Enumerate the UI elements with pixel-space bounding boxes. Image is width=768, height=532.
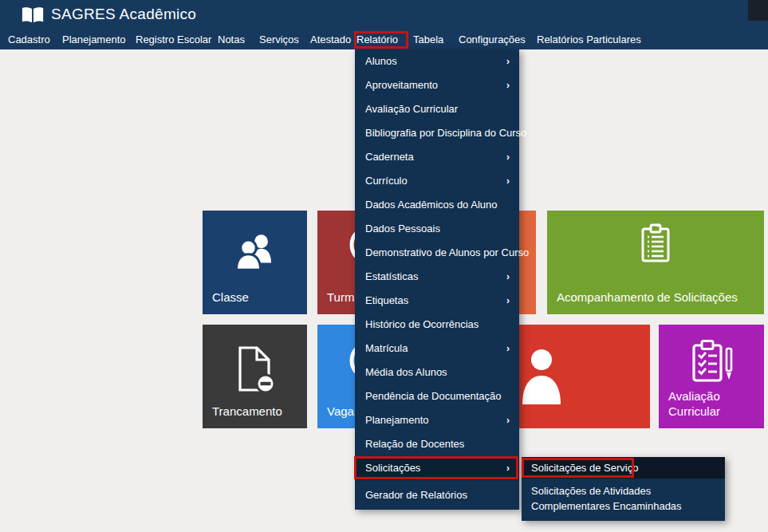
clipboard-list-icon bbox=[636, 223, 675, 263]
tile-classe[interactable]: Classe bbox=[203, 211, 307, 314]
menu-item-historico-ocorrencias[interactable]: Histórico de Ocorrências bbox=[355, 313, 519, 337]
menu-item-relacao-docentes[interactable]: Relação de Docentes bbox=[355, 432, 519, 456]
relatorio-dropdown-menu: Alunos› Aproveitamento› Avaliação Curric… bbox=[355, 49, 519, 510]
menubar-item-cadastro[interactable]: Cadastro bbox=[8, 30, 50, 49]
menu-item-matricula[interactable]: Matrícula› bbox=[355, 337, 519, 361]
people-group-icon bbox=[232, 230, 278, 276]
submenu-arrow-icon: › bbox=[506, 337, 510, 361]
person-icon bbox=[521, 349, 562, 404]
submenu-item-solicitacoes-servico[interactable]: Solicitações de Serviço bbox=[522, 457, 725, 479]
solicitacoes-submenu: Solicitações de Serviço Solicitações de … bbox=[522, 457, 725, 521]
menu-bar: Cadastro Planejamento Registro Escolar N… bbox=[0, 30, 768, 49]
tile-label: Classe bbox=[212, 290, 302, 305]
clipboard-pen-icon bbox=[691, 339, 735, 384]
submenu-arrow-icon: › bbox=[506, 145, 510, 169]
app-logo-book-icon bbox=[21, 6, 45, 25]
app-title: SAGRES Acadêmico bbox=[51, 6, 196, 23]
menu-item-label: Alunos bbox=[365, 49, 397, 73]
submenu-item-atividades-complementares[interactable]: Solicitações de Atividades Complementare… bbox=[522, 479, 725, 521]
submenu-arrow-icon: › bbox=[506, 456, 510, 480]
menu-item-solicitacoes[interactable]: Solicitações › bbox=[355, 456, 519, 480]
tile-label: Acompanhamento de Solicitações bbox=[557, 290, 759, 305]
tile-avaliacao-curricular[interactable]: Avaliação Curricular bbox=[659, 325, 764, 428]
menubar-item-relatorios-particulares[interactable]: Relatórios Particulares bbox=[537, 30, 641, 49]
menu-item-estatisticas[interactable]: Estatísticas› bbox=[355, 265, 519, 289]
submenu-arrow-icon: › bbox=[506, 408, 510, 432]
menu-item-label: Solicitações bbox=[365, 456, 420, 480]
menu-item-label: Dados Pessoais bbox=[365, 217, 440, 241]
menu-item-gerador-relatorios[interactable]: Gerador de Relatórios bbox=[355, 483, 519, 507]
menu-item-label: Gerador de Relatórios bbox=[365, 483, 467, 507]
app-window: SAGRES Acadêmico Cadastro Planejamento R… bbox=[0, 0, 768, 532]
menu-item-label: Caderneta bbox=[365, 145, 414, 169]
menu-item-etiquetas[interactable]: Etiquetas› bbox=[355, 289, 519, 313]
menubar-item-planejamento[interactable]: Planejamento bbox=[62, 30, 126, 49]
submenu-item-label: Solicitações de Serviço bbox=[531, 462, 638, 474]
title-bar: SAGRES Acadêmico bbox=[0, 0, 768, 30]
menu-item-label: Relação de Docentes bbox=[365, 432, 464, 456]
window-corner-overlay bbox=[748, 0, 768, 21]
submenu-arrow-icon: › bbox=[506, 265, 510, 289]
menu-item-demonstrativo[interactable]: Demonstrativo de Alunos por Curso bbox=[355, 241, 519, 265]
menu-item-label: Bibliografia por Disciplina do Curso bbox=[365, 121, 526, 145]
tile-trancamento[interactable]: Trancamento bbox=[203, 325, 307, 428]
menu-item-label: Demonstrativo de Alunos por Curso bbox=[365, 241, 529, 265]
menu-item-label: Avaliação Curricular bbox=[365, 97, 458, 121]
menu-item-dados-academicos[interactable]: Dados Acadêmicos do Aluno bbox=[355, 193, 519, 217]
submenu-arrow-icon: › bbox=[506, 73, 510, 97]
menubar-item-registro-escolar[interactable]: Registro Escolar bbox=[136, 30, 211, 49]
menu-item-label: Etiquetas bbox=[365, 289, 408, 313]
menu-item-label: Matrícula bbox=[365, 337, 408, 361]
menubar-item-atestado[interactable]: Atestado bbox=[310, 30, 351, 49]
menu-item-label: Planejamento bbox=[365, 408, 429, 432]
menubar-item-relatorio[interactable]: Relatório bbox=[356, 30, 398, 49]
menubar-item-servicos[interactable]: Serviços bbox=[259, 30, 299, 49]
tile-label: Trancamento bbox=[212, 404, 302, 419]
menu-item-dados-pessoais[interactable]: Dados Pessoais bbox=[355, 217, 519, 241]
menu-item-label: Estatísticas bbox=[365, 265, 418, 289]
menu-item-avaliacao-curricular[interactable]: Avaliação Curricular bbox=[355, 97, 519, 121]
submenu-arrow-icon: › bbox=[506, 289, 510, 313]
menubar-item-tabela[interactable]: Tabela bbox=[413, 30, 443, 49]
menu-item-media-alunos[interactable]: Média dos Alunos bbox=[355, 361, 519, 384]
menu-item-label: Dados Acadêmicos do Aluno bbox=[365, 193, 498, 217]
menu-item-aproveitamento[interactable]: Aproveitamento› bbox=[355, 73, 519, 97]
submenu-arrow-icon: › bbox=[506, 169, 510, 193]
menu-item-curriculo[interactable]: Currículo› bbox=[355, 169, 519, 193]
menu-item-label: Média dos Alunos bbox=[365, 361, 447, 384]
menubar-item-notas[interactable]: Notas bbox=[218, 30, 245, 49]
menu-item-label: Aproveitamento bbox=[365, 73, 438, 97]
menu-item-pendencia-documentacao[interactable]: Pendência de Documentação bbox=[355, 384, 519, 408]
menubar-item-configuracoes[interactable]: Configurações bbox=[459, 30, 526, 49]
tile-acompanhamento-solicitacoes[interactable]: Acompanhamento de Solicitações bbox=[547, 211, 764, 314]
submenu-item-label: Solicitações de Atividades Complementare… bbox=[531, 485, 682, 512]
menu-item-label: Pendência de Documentação bbox=[365, 384, 502, 408]
menu-item-alunos[interactable]: Alunos› bbox=[355, 49, 519, 73]
tile-label: Avaliação Curricular bbox=[668, 388, 759, 419]
document-minus-icon bbox=[235, 345, 275, 396]
submenu-arrow-icon: › bbox=[506, 49, 510, 73]
menu-item-label: Currículo bbox=[365, 169, 408, 193]
menu-item-caderneta[interactable]: Caderneta› bbox=[355, 145, 519, 169]
menu-item-bibliografia[interactable]: Bibliografia por Disciplina do Curso bbox=[355, 121, 519, 145]
menu-item-planejamento[interactable]: Planejamento› bbox=[355, 408, 519, 432]
menu-item-label: Histórico de Ocorrências bbox=[365, 313, 479, 337]
